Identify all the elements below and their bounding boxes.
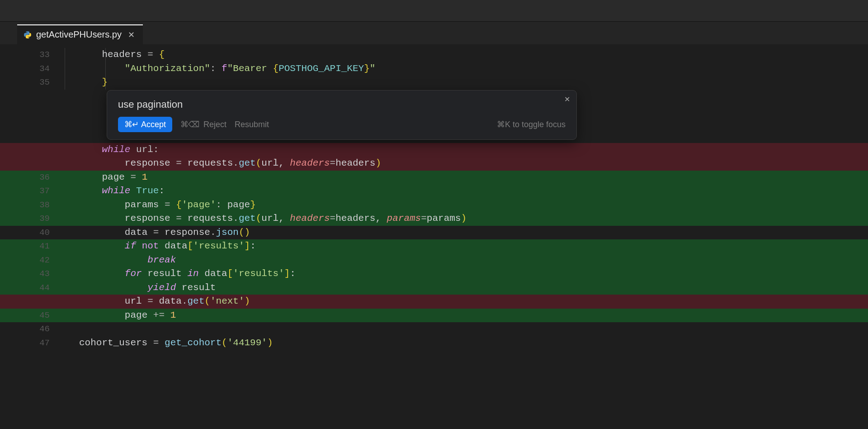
line-number: 47	[0, 336, 50, 350]
reject-button[interactable]: ⌘⌫ Reject	[180, 119, 226, 129]
line-number: 35	[0, 76, 50, 90]
code-line[interactable]: while url:	[0, 143, 868, 157]
code-content: break	[79, 253, 176, 267]
code-line[interactable]: 39 response = requests.get(url, headers=…	[0, 212, 868, 226]
reject-label: Reject	[203, 120, 226, 129]
code-line[interactable]: 35 }	[0, 76, 868, 90]
code-content: "Authorization": f"Bearer {POSTHOG_API_K…	[79, 62, 375, 76]
code-content: page = 1	[79, 171, 147, 185]
line-number: 37	[0, 184, 50, 198]
accept-shortcut: ⌘↵	[124, 119, 138, 129]
code-content: response = requests.get(url, headers=hea…	[79, 212, 467, 226]
code-content: response = requests.get(url, headers=hea…	[79, 157, 381, 171]
line-number: 33	[0, 48, 50, 62]
line-number: 39	[0, 212, 50, 226]
line-number: 45	[0, 309, 50, 323]
line-number: 46	[0, 322, 50, 336]
code-editor[interactable]: ✕ use pagination ⌘↵ Accept ⌘⌫ Reject Res…	[0, 44, 868, 429]
code-line[interactable]: 34 "Authorization": f"Bearer {POSTHOG_AP…	[0, 62, 868, 76]
code-line[interactable]: 46	[0, 322, 868, 336]
code-line[interactable]: 33 headers = {	[0, 48, 868, 62]
editor-tab[interactable]: getActivePHUsers.py ✕	[17, 24, 143, 44]
line-number: 44	[0, 281, 50, 295]
code-line[interactable]: 45 page += 1	[0, 309, 868, 323]
resubmit-button[interactable]: Resubmit	[235, 120, 269, 129]
code-content: while True:	[79, 184, 165, 198]
accept-button[interactable]: ⌘↵ Accept	[118, 117, 172, 132]
line-number: 38	[0, 198, 50, 212]
code-content: page += 1	[79, 309, 176, 323]
code-content: }	[79, 76, 108, 90]
tab-filename: getActivePHUsers.py	[36, 29, 122, 40]
code-line[interactable]: 42 break	[0, 253, 868, 267]
code-content: url = data.get('next')	[79, 295, 250, 309]
code-line[interactable]: 47cohort_users = get_cohort('44199')	[0, 336, 868, 350]
code-line[interactable]: 41 if not data['results']:	[0, 239, 868, 253]
code-content: if not data['results']:	[79, 239, 256, 253]
line-number: 41	[0, 239, 50, 253]
code-line[interactable]: 37 while True:	[0, 184, 868, 198]
close-icon[interactable]: ✕	[564, 95, 570, 104]
code-line[interactable]: url = data.get('next')	[0, 295, 868, 309]
window-titlebar	[0, 0, 868, 22]
code-content: data = response.json()	[79, 226, 250, 240]
tab-close-icon[interactable]: ✕	[126, 30, 137, 40]
reject-shortcut: ⌘⌫	[180, 119, 199, 129]
code-line[interactable]: response = requests.get(url, headers=hea…	[0, 157, 868, 171]
code-line[interactable]: 43 for result in data['results']:	[0, 267, 868, 281]
line-number: 40	[0, 226, 50, 240]
code-content: while url:	[79, 143, 159, 157]
suggestion-prompt-text: use pagination	[118, 99, 566, 110]
line-number: 36	[0, 171, 50, 185]
code-content: for result in data['results']:	[79, 267, 296, 281]
code-content: params = {'page': page}	[79, 198, 256, 212]
focus-hint: ⌘K to toggle focus	[497, 119, 566, 129]
python-file-icon	[24, 31, 32, 39]
line-number: 34	[0, 62, 50, 76]
code-line[interactable]: 38 params = {'page': page}	[0, 198, 868, 212]
accept-label: Accept	[141, 120, 166, 129]
code-content: cohort_users = get_cohort('44199')	[79, 336, 273, 350]
code-line[interactable]: 40 data = response.json()	[0, 226, 868, 240]
line-number: 42	[0, 253, 50, 267]
line-number: 43	[0, 267, 50, 281]
ai-suggestion-popup: ✕ use pagination ⌘↵ Accept ⌘⌫ Reject Res…	[107, 90, 577, 140]
tab-bar: getActivePHUsers.py ✕	[0, 22, 868, 44]
code-line[interactable]: 44 yield result	[0, 281, 868, 295]
code-content: yield result	[79, 281, 216, 295]
code-content: headers = {	[79, 48, 165, 62]
code-line[interactable]: 36 page = 1	[0, 171, 868, 185]
